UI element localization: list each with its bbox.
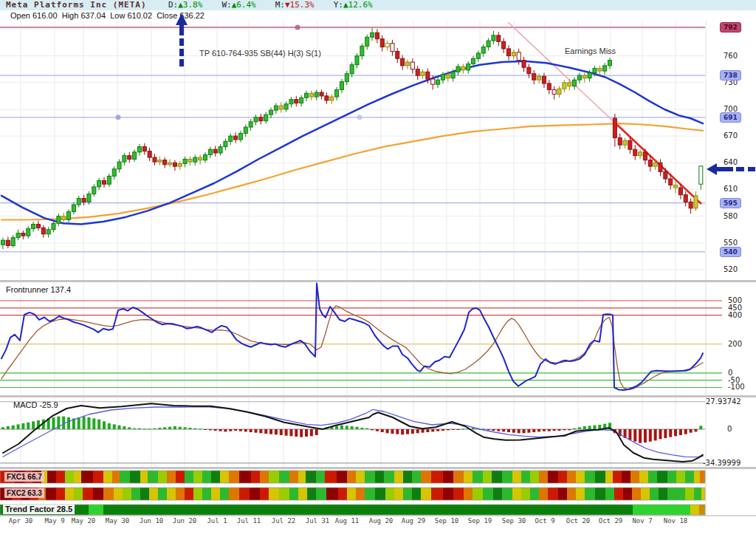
date-label: May 30 xyxy=(101,517,134,525)
date-label: Sep 19 xyxy=(464,517,496,525)
macd-panel-label: MACD -25.9 xyxy=(13,400,58,409)
macd-axis-label: -34.39999 xyxy=(703,459,740,467)
date-label: Apr 30 xyxy=(4,517,37,525)
price-badge: 691 xyxy=(720,112,741,123)
date-label: May 20 xyxy=(67,517,100,525)
frontrunner-axis-label: 200 xyxy=(728,340,742,348)
chart-canvas[interactable] xyxy=(0,0,756,543)
date-label: Aug 11 xyxy=(331,517,363,525)
chart-app: Meta Platforms Inc (META) D:▲3.8%W:▲6.4%… xyxy=(0,0,756,543)
price-badge: 738 xyxy=(720,70,741,81)
date-label: Oct 9 xyxy=(529,517,561,525)
date-label: Aug 29 xyxy=(397,517,430,525)
up-arrow-annotation xyxy=(176,13,188,35)
date-label: Nov 7 xyxy=(626,517,659,525)
date-label: Nov 18 xyxy=(659,517,692,525)
price-badge: 792 xyxy=(720,22,741,33)
date-label: Jun 20 xyxy=(168,517,201,525)
date-label: Aug 20 xyxy=(365,517,397,525)
price-label: 760 xyxy=(724,52,738,60)
fxc1-heatmap xyxy=(0,471,705,483)
frontrunner-panel-label: Frontrunner 137.4 xyxy=(6,285,71,294)
trend-factor-label: Trend Factor 28.5 xyxy=(3,505,75,514)
price-badge: 540 xyxy=(720,247,741,257)
date-label: Jul 11 xyxy=(233,517,265,525)
earnings-miss-annotation: Earnings Miss xyxy=(565,47,616,55)
price-label: 580 xyxy=(724,212,738,220)
price-label: 610 xyxy=(724,185,738,193)
macd-axis-label: 0 xyxy=(727,425,732,433)
date-label: May 9 xyxy=(38,517,71,525)
frontrunner-axis-label: 400 xyxy=(728,311,742,319)
trend-heatmap xyxy=(0,505,705,515)
target-price-annotation: TP 610-764-935 SB(44) H(3) S(1) xyxy=(199,49,321,58)
macd-axis-label: 27.93742 xyxy=(706,397,741,406)
date-label: Jul 1 xyxy=(201,517,233,525)
fxc2-heatmap xyxy=(0,488,705,500)
price-label: 520 xyxy=(724,265,738,273)
date-label: Oct 29 xyxy=(594,517,627,525)
date-label: Jun 10 xyxy=(135,517,168,525)
price-label: 550 xyxy=(724,239,738,247)
date-label: Oct 20 xyxy=(562,517,594,525)
date-label: Jul 22 xyxy=(267,517,300,525)
date-label: Sep 30 xyxy=(498,517,530,525)
price-label: 640 xyxy=(724,158,738,166)
date-label: Jul 31 xyxy=(301,517,334,525)
fxc1-label: FXC1 66.7 xyxy=(4,472,44,482)
fxc2-label: FXC2 63.3 xyxy=(4,488,44,498)
date-label: Sep 10 xyxy=(430,517,463,525)
price-badge: 595 xyxy=(720,198,741,208)
price-label: 670 xyxy=(724,132,738,140)
frontrunner-axis-label: -100 xyxy=(728,383,745,391)
